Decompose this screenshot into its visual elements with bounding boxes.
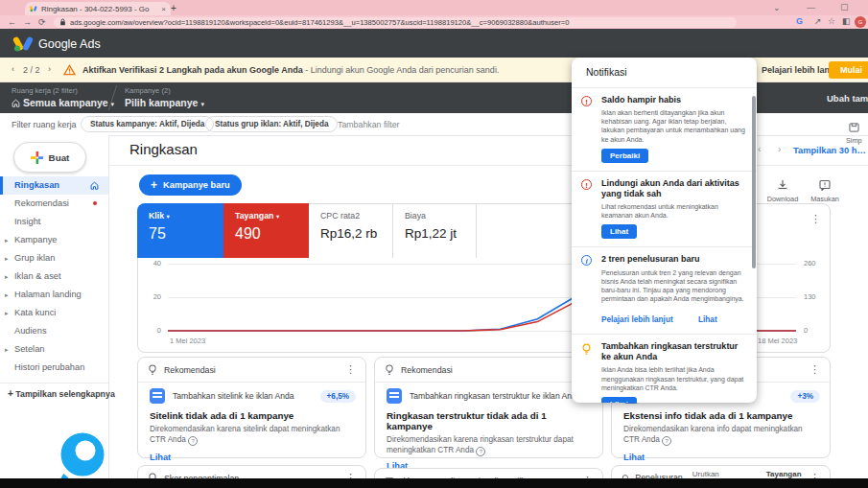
filter-chip-campaign-status[interactable]: Status kampanye: Aktif, Dijeda <box>81 116 214 132</box>
date-range-link[interactable]: Tampilkan 30 hari terakhir <box>793 146 868 155</box>
filter-bar-label: Filter ruang kerja <box>12 120 77 129</box>
card-header-title: Rekomendasi <box>164 365 339 375</box>
sidebar-item-iklan-aset[interactable]: Iklan & aset <box>0 267 108 286</box>
bottom-black-bar <box>0 478 868 488</box>
y-axis-left-tick: 0 <box>142 326 161 335</box>
tab-close-icon[interactable]: × <box>161 5 166 13</box>
google-ads-logo <box>12 35 34 52</box>
banner-title: Aktifkan Verifikasi 2 Langkah pada akun … <box>82 65 303 75</box>
notifications-title: Notifikasi <box>572 58 757 88</box>
recommendation-item-label[interactable]: Tambahkan ringkasan terstruktur ke iklan… <box>410 391 593 401</box>
card-menu-icon[interactable]: ⋮ <box>345 363 356 376</box>
chevron-down-icon: ▾ <box>276 213 279 220</box>
sidebar-item-histori-perubahan[interactable]: Histori perubahan <box>0 359 108 377</box>
sidebar-item-insight[interactable]: Insight <box>0 213 108 231</box>
chevron-down-icon: ▾ <box>200 101 204 107</box>
google-account-icon[interactable]: G <box>796 16 803 26</box>
window-maximize-icon[interactable]: ▢ <box>840 2 849 12</box>
banner-prev-icon[interactable]: ‹ <box>12 64 14 74</box>
help-icon[interactable]: ? <box>662 436 671 446</box>
metric-tile-cpc[interactable]: CPC rata2 Rp16,2 rb <box>309 203 393 258</box>
campaign-selector[interactable]: Kampanye (2) Pilih kampanye ▾ <box>125 86 204 108</box>
view-link[interactable]: Lihat <box>698 315 717 324</box>
new-tab-button[interactable]: + <box>171 3 176 13</box>
help-icon[interactable]: ? <box>476 447 485 456</box>
learn-more-link[interactable]: Pelajari lebih lanjut <box>601 315 673 324</box>
create-button[interactable]: Buat <box>13 142 86 173</box>
tab-title: Ringkasan - 304-022-5993 - Go <box>41 5 157 13</box>
save-label: Simp <box>846 136 862 145</box>
ads-header: Google Ads Telusuri Laporan Alat dan set… <box>0 29 868 58</box>
share-icon[interactable]: ↗ <box>814 16 822 26</box>
sidebar-divider <box>0 383 108 383</box>
sidebar-item-ringkasan[interactable]: Ringkasan <box>0 176 108 195</box>
metric-value: Rp16,2 rb <box>320 226 392 241</box>
reload-icon[interactable]: ⟳ <box>38 17 46 27</box>
notification-security[interactable]: ! Lindungi akun Anda dari aktivitas yang… <box>572 172 757 248</box>
view-link[interactable]: Lihat <box>612 446 830 462</box>
y-axis-right-tick: 0 <box>804 326 808 335</box>
view-button[interactable]: Lihat <box>601 397 637 403</box>
recommendation-card-structured-snippet: Rekomendasi ⋮ Tambahkan ringkasan terstr… <box>374 357 603 458</box>
save-button[interactable]: Simp <box>846 119 862 145</box>
sidebar-item-rekomendasi[interactable]: Rekomendasi <box>0 195 108 213</box>
help-icon[interactable]: ? <box>188 436 198 446</box>
create-button-label: Buat <box>49 152 70 163</box>
chevron-down-icon: ▾ <box>167 213 170 220</box>
metric-value: 75 <box>149 225 223 243</box>
add-filter-button[interactable]: Tambahkan filter <box>338 120 400 129</box>
brand-name: Google Ads <box>38 37 101 51</box>
browser-tab[interactable]: Ringkasan - 304-022-5993 - Go × <box>25 2 171 15</box>
sidebar-show-more[interactable]: + Tampilkan selengkapnya <box>8 388 115 399</box>
notification-balance[interactable]: ! Saldo hampir habis Iklan akan berhenti… <box>572 88 757 172</box>
card-menu-icon[interactable]: ⋮ <box>809 363 820 376</box>
filter-chip-adgroup-status[interactable]: Status grup iklan: Aktif, Dijeda <box>205 116 338 132</box>
metric-tile-klik[interactable]: Klik ▾ 75 <box>137 203 223 258</box>
notification-search-trends[interactable]: i 2 tren penelusuran baru Penelusuran un… <box>572 247 757 335</box>
back-icon[interactable]: ← <box>8 17 16 27</box>
bookmark-star-icon[interactable]: ☆ <box>828 16 835 26</box>
change-view-button[interactable]: Ubah tamp <box>827 93 868 104</box>
side-panel-icon[interactable]: ◧ <box>842 16 851 26</box>
metric-value: Rp1,22 jt <box>405 226 476 241</box>
banner-subtitle: - Lindungi akun Google Anda dari pencuri… <box>303 65 500 75</box>
feedback-button[interactable]: Masukan <box>806 177 844 203</box>
metric-tile-biaya[interactable]: Biaya Rp1,22 jt <box>393 203 477 258</box>
error-icon: ! <box>581 96 592 106</box>
browser-avatar[interactable]: G <box>855 16 866 28</box>
sidebar-item-kata-kunci[interactable]: Kata kunci <box>0 304 108 322</box>
sidebar-item-grup-iklan[interactable]: Grup iklan <box>0 249 108 267</box>
sidebar-item-setelan[interactable]: Setelan <box>0 340 108 359</box>
date-next-icon[interactable]: › <box>778 144 781 154</box>
notification-structured-snippet[interactable]: Tambahkan ringkasan terstruktur ke akun … <box>572 335 757 403</box>
home-icon <box>12 99 20 107</box>
date-prev-icon[interactable]: ‹ <box>758 144 761 154</box>
download-label: Download <box>763 195 802 203</box>
forward-icon[interactable]: → <box>23 17 32 27</box>
fix-button[interactable]: Perbaiki <box>601 149 648 163</box>
y-axis-right-tick: 260 <box>804 259 816 267</box>
lock-icon <box>59 18 66 26</box>
lightbulb-icon <box>581 343 592 356</box>
panel-scrollbar[interactable] <box>752 96 756 268</box>
sidebar-item-halaman-landing[interactable]: Halaman landing <box>0 286 108 304</box>
sidebar-item-kampanye[interactable]: Kampanye <box>0 231 108 249</box>
window-minimize-icon[interactable]: — <box>807 3 815 12</box>
banner-cta-button[interactable]: Mulai <box>829 61 868 79</box>
feedback-label: Masukan <box>806 195 844 203</box>
card-header-title: Rekomendasi <box>401 365 575 375</box>
page-title: Ringkasan <box>129 141 198 157</box>
new-campaign-button[interactable]: + Kampanye baru <box>139 174 242 196</box>
download-button[interactable]: Download <box>763 177 802 203</box>
banner-next-icon[interactable]: › <box>48 64 51 74</box>
view-link[interactable]: Lihat <box>138 446 365 462</box>
recommendation-body: Direkomendasikan karena ringkasan terstr… <box>375 431 602 456</box>
view-button[interactable]: Lihat <box>601 224 637 239</box>
window-menu-icon[interactable]: ⌄ <box>773 3 781 12</box>
sitelink-icon <box>150 388 165 404</box>
recommendation-item-label[interactable]: Tambahkan sitelink ke iklan Anda <box>173 391 313 401</box>
chart-card-menu-icon[interactable]: ⋮ <box>810 213 821 225</box>
address-bar[interactable]: ads.google.com/aw/overview?ocid=11988191… <box>54 17 737 28</box>
sidebar-item-audiens[interactable]: Audiens <box>0 322 108 340</box>
metric-tile-tayangan[interactable]: Tayangan ▾ 490 <box>223 203 309 258</box>
